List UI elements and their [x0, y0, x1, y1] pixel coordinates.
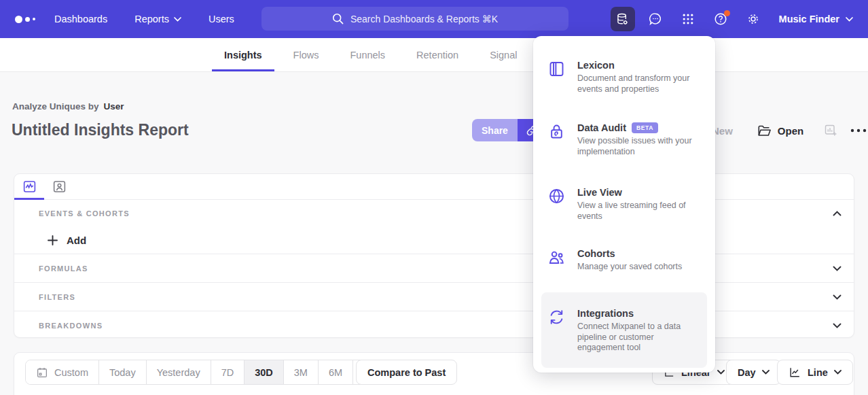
range-yesterday[interactable]: Yesterday [147, 360, 211, 384]
builder-tab-chart[interactable] [14, 174, 44, 199]
chart-type-label: Line [808, 367, 828, 378]
open-button[interactable]: Open [757, 124, 803, 137]
menu-item-title: Lexicon [577, 60, 615, 71]
add-event-button[interactable]: Add [14, 227, 854, 254]
interval-label: Day [738, 367, 756, 378]
tab-insights[interactable]: Insights [221, 38, 265, 71]
section-formulas[interactable]: FORMULAS [14, 254, 854, 283]
add-to-dashboard-button[interactable] [824, 124, 837, 137]
chevron-down-icon [846, 17, 853, 22]
nav-dashboards-label: Dashboards [54, 14, 107, 24]
mixpanel-logo-icon[interactable] [15, 16, 42, 23]
range-30d[interactable]: 30D [245, 360, 284, 384]
nav-dashboards[interactable]: Dashboards [54, 14, 107, 24]
lexicon-book-icon [547, 60, 566, 95]
section-filters-label: FILTERS [39, 293, 75, 301]
nav-right-icons: Music Finder [611, 0, 868, 38]
analyze-value[interactable]: User [104, 101, 124, 111]
chevron-down-icon[interactable] [833, 266, 842, 271]
beta-badge: BETA [632, 122, 658, 133]
data-management-menu: Lexicon Document and transform your even… [533, 36, 715, 373]
add-label: Add [67, 235, 86, 246]
menu-item-title: Cohorts [577, 248, 615, 259]
share-button[interactable]: Share [472, 119, 518, 141]
feedback-button[interactable] [643, 7, 668, 31]
range-3m[interactable]: 3M [284, 360, 319, 384]
profiles-view-icon [52, 179, 67, 194]
data-management-button[interactable] [611, 7, 635, 31]
chevron-down-icon[interactable] [833, 294, 842, 300]
section-formulas-label: FORMULAS [39, 264, 88, 273]
people-icon [547, 248, 566, 273]
page-title[interactable]: Untitled Insights Report [12, 121, 189, 139]
help-button[interactable] [708, 7, 733, 31]
menu-item-lexicon[interactable]: Lexicon Document and transform your even… [547, 60, 704, 95]
interval-selector[interactable]: Day [726, 360, 781, 385]
menu-item-live-view[interactable]: Live View View a live streaming feed of … [547, 187, 704, 222]
nav-reports[interactable]: Reports [134, 14, 181, 24]
apps-grid-icon [681, 12, 695, 26]
database-gear-icon [615, 12, 630, 27]
chart-type-selector[interactable]: Line [777, 360, 853, 385]
range-custom[interactable]: Custom [26, 360, 99, 384]
menu-item-title: Integrations [577, 308, 634, 319]
more-options-button[interactable] [850, 128, 867, 133]
section-events-cohorts[interactable]: EVENTS & COHORTS [14, 200, 854, 227]
folder-icon [757, 124, 772, 137]
section-breakdowns[interactable]: BREAKDOWNS [14, 311, 854, 340]
audit-lock-icon [547, 122, 566, 157]
chevron-down-icon [762, 370, 770, 375]
analyze-line: Analyze Uniques byUser [12, 101, 124, 111]
builder-tab-profiles[interactable] [44, 174, 74, 199]
open-label: Open [778, 125, 803, 137]
section-breakdowns-label: BREAKDOWNS [39, 322, 103, 330]
header-actions: New Open [706, 121, 867, 140]
chart-controls-card: Custom Today Yesterday 7D 30D 3M 6M 12M … [14, 352, 854, 395]
tab-signal[interactable]: Signal [487, 38, 520, 71]
search-icon [332, 13, 344, 24]
menu-item-desc: Connect Mixpanel to a data pipeline or c… [577, 322, 700, 354]
nav-users[interactable]: Users [209, 14, 234, 24]
tab-flows[interactable]: Flows [291, 38, 322, 71]
chart-view-icon [22, 179, 37, 194]
chevron-down-icon[interactable] [833, 323, 842, 328]
menu-item-title: Data Audit [577, 122, 626, 133]
range-7d[interactable]: 7D [211, 360, 245, 384]
mixpanel-app: Dashboards Reports Users Search Dashboar… [0, 0, 868, 395]
menu-item-cohorts[interactable]: Cohorts Manage your saved cohorts [547, 248, 704, 273]
menu-item-data-audit[interactable]: Data Audit BETA View possible issues wit… [547, 122, 704, 157]
nav-reports-label: Reports [134, 14, 169, 24]
menu-item-desc: Document and transform your events and p… [577, 73, 700, 95]
search-placeholder: Search Dashboards & Reports ⌘K [350, 14, 498, 24]
workspace-name: Music Finder [779, 14, 839, 24]
feedback-bubble-icon [648, 12, 663, 27]
report-tabbar: Insights Flows Funnels Retention Signal … [0, 38, 868, 72]
analyze-prefix: Analyze Uniques by [12, 101, 99, 111]
query-builder-card: EVENTS & COHORTS Add FORMULAS FILTERS BR… [14, 173, 854, 338]
nav-links: Dashboards Reports Users [54, 14, 234, 24]
builder-view-tabs [14, 174, 854, 200]
plus-icon [48, 235, 58, 245]
menu-item-title: Live View [577, 187, 622, 198]
tab-retention[interactable]: Retention [414, 38, 461, 71]
menu-item-integrations[interactable]: Integrations Connect Mixpanel to a data … [541, 292, 707, 368]
menu-item-desc: View possible issues with your implement… [577, 136, 700, 157]
top-nav: Dashboards Reports Users Search Dashboar… [0, 0, 868, 38]
kebab-dots-icon [850, 128, 867, 133]
section-filters[interactable]: FILTERS [14, 283, 854, 311]
settings-button[interactable] [741, 7, 765, 31]
workspace-switcher[interactable]: Music Finder [779, 14, 853, 24]
date-range-control: Custom Today Yesterday 7D 30D 3M 6M 12M [25, 360, 393, 385]
search-input[interactable]: Search Dashboards & Reports ⌘K [261, 7, 568, 31]
gear-icon [746, 12, 761, 27]
chevron-up-icon[interactable] [833, 211, 842, 216]
chevron-down-icon [717, 370, 725, 375]
section-events-label: EVENTS & COHORTS [39, 209, 130, 218]
range-6m[interactable]: 6M [319, 360, 353, 384]
apps-button[interactable] [676, 7, 700, 31]
range-today[interactable]: Today [99, 360, 147, 384]
compare-to-past-button[interactable]: Compare to Past [356, 360, 457, 385]
menu-item-desc: View a live streaming feed of events [577, 201, 700, 222]
globe-icon [547, 187, 566, 222]
tab-funnels[interactable]: Funnels [347, 38, 388, 71]
